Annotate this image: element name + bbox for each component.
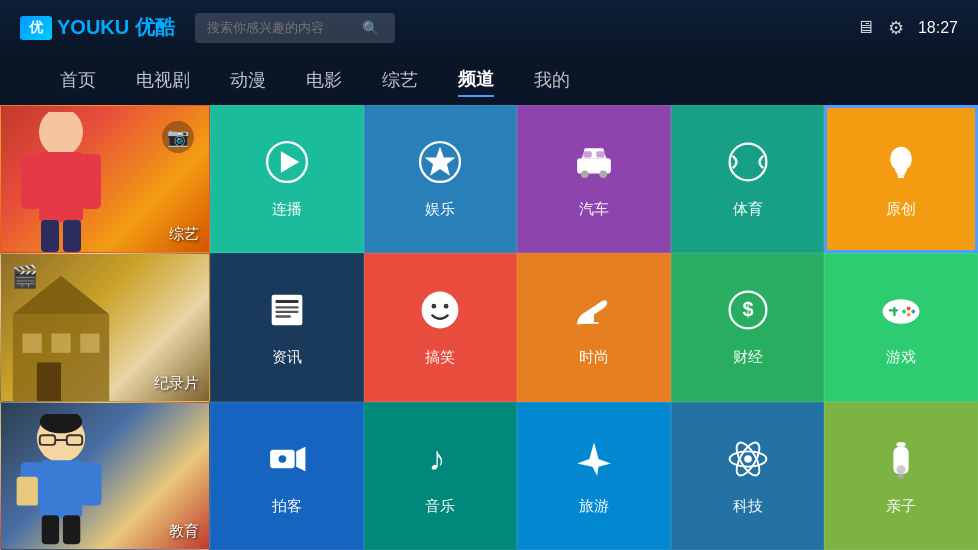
grid-cell-娱乐[interactable]: 娱乐 <box>364 105 518 253</box>
grid-cell-资讯[interactable]: 资讯 <box>210 253 364 401</box>
left-cell-jiaoyu[interactable]: 教育 <box>0 402 210 550</box>
grid-icon-汽车 <box>571 139 617 192</box>
grid-cell-原创[interactable]: 原创 <box>824 105 978 253</box>
svg-rect-17 <box>40 460 82 518</box>
nav-item-频道[interactable]: 频道 <box>458 63 494 97</box>
svg-rect-3 <box>81 154 101 209</box>
left-cell-jiluopian[interactable]: 🎬 纪录片 <box>0 253 210 401</box>
grid-icon-原创 <box>878 139 924 192</box>
svg-point-51 <box>907 307 911 311</box>
header: 优 YOUKU 优酷 🔍 🖥 ⚙ 18:27 <box>0 0 978 55</box>
grid-label-音乐: 音乐 <box>425 497 455 516</box>
svg-rect-66 <box>898 474 904 478</box>
grid-cell-拍客[interactable]: 拍客 <box>210 402 364 550</box>
search-icon: 🔍 <box>362 20 379 36</box>
left-label-jiluopian: 纪录片 <box>154 374 199 393</box>
svg-marker-26 <box>425 147 456 176</box>
grid-icon-体育 <box>725 139 771 192</box>
svg-rect-39 <box>275 307 298 309</box>
grid-icon-时尚 <box>571 287 617 340</box>
svg-rect-37 <box>271 295 302 326</box>
svg-point-34 <box>890 147 911 172</box>
nav-item-电影[interactable]: 电影 <box>306 64 342 96</box>
grid-label-连播: 连播 <box>272 200 302 219</box>
svg-rect-63 <box>897 442 906 447</box>
logo: 优 YOUKU 优酷 <box>20 14 175 41</box>
svg-rect-41 <box>275 316 290 318</box>
grid-cell-搞笑[interactable]: 搞笑 <box>364 253 518 401</box>
grid-label-科技: 科技 <box>733 497 763 516</box>
grid-icon-资讯 <box>264 287 310 340</box>
svg-rect-5 <box>63 220 81 252</box>
search-bar[interactable]: 🔍 <box>195 13 395 43</box>
grid-area: 📷 综艺 🎬 纪录片 <box>0 105 978 550</box>
grid-icon-科技 <box>725 436 771 489</box>
nav-item-综艺[interactable]: 综艺 <box>382 64 418 96</box>
grid-cell-连播[interactable]: 连播 <box>210 105 364 253</box>
grid-cell-亲子[interactable]: 亲子 <box>824 402 978 550</box>
svg-point-65 <box>897 465 906 474</box>
svg-point-54 <box>902 310 906 314</box>
svg-rect-38 <box>275 301 298 304</box>
grid-label-旅游: 旅游 <box>579 497 609 516</box>
grid-icon-娱乐 <box>417 139 463 192</box>
grid-label-财经: 财经 <box>733 348 763 367</box>
grid-label-娱乐: 娱乐 <box>425 200 455 219</box>
svg-marker-56 <box>296 447 305 472</box>
grid-cell-游戏[interactable]: 游戏 <box>824 253 978 401</box>
header-right: 🖥 ⚙ 18:27 <box>856 17 958 39</box>
svg-point-43 <box>432 304 437 309</box>
grid-cell-音乐[interactable]: ♪音乐 <box>364 402 518 550</box>
grid-label-拍客: 拍客 <box>272 497 302 516</box>
svg-rect-21 <box>42 515 59 544</box>
svg-text:$: $ <box>742 299 753 321</box>
svg-rect-50 <box>889 310 898 312</box>
grid-cell-体育[interactable]: 体育 <box>671 105 825 253</box>
svg-point-30 <box>599 171 607 179</box>
svg-point-33 <box>729 144 766 181</box>
grid-icon-亲子 <box>878 436 924 489</box>
svg-rect-11 <box>37 362 61 401</box>
svg-rect-27 <box>577 158 611 173</box>
svg-rect-20 <box>80 462 101 505</box>
svg-point-57 <box>278 455 286 463</box>
grid-label-游戏: 游戏 <box>886 348 916 367</box>
svg-rect-1 <box>39 152 83 222</box>
svg-rect-9 <box>51 333 70 352</box>
grid-cell-旅游[interactable]: 旅游 <box>517 402 671 550</box>
grid-cell-科技[interactable]: 科技 <box>671 402 825 550</box>
svg-marker-24 <box>281 151 299 172</box>
grid-label-时尚: 时尚 <box>579 348 609 367</box>
nav-item-电视剧[interactable]: 电视剧 <box>136 64 190 96</box>
grid-label-资讯: 资讯 <box>272 348 302 367</box>
grid-icon-游戏 <box>878 287 924 340</box>
svg-rect-22 <box>63 515 80 544</box>
svg-rect-2 <box>21 154 41 209</box>
settings-icon[interactable]: ⚙ <box>888 17 904 39</box>
grid-cell-财经[interactable]: $财经 <box>671 253 825 401</box>
svg-rect-32 <box>596 151 604 157</box>
search-input[interactable] <box>207 20 362 35</box>
nav-item-首页[interactable]: 首页 <box>60 64 96 96</box>
left-label-jiaoyu: 教育 <box>169 522 199 541</box>
grid-cell-时尚[interactable]: 时尚 <box>517 253 671 401</box>
grid-icon-拍客 <box>264 436 310 489</box>
grid-label-原创: 原创 <box>886 200 916 219</box>
nav-item-动漫[interactable]: 动漫 <box>230 64 266 96</box>
grid-label-体育: 体育 <box>733 200 763 219</box>
grid-cell-汽车[interactable]: 汽车 <box>517 105 671 253</box>
grid-label-汽车: 汽车 <box>579 200 609 219</box>
svg-rect-36 <box>898 176 904 178</box>
screen-icon[interactable]: 🖥 <box>856 17 874 38</box>
svg-point-42 <box>422 292 459 329</box>
svg-rect-10 <box>80 333 99 352</box>
header-time: 18:27 <box>918 19 958 37</box>
svg-point-53 <box>907 313 911 317</box>
svg-point-59 <box>744 455 752 463</box>
svg-rect-8 <box>22 333 41 352</box>
left-cell-zongyi[interactable]: 📷 综艺 <box>0 105 210 253</box>
nav: 首页电视剧动漫电影综艺频道我的 <box>0 55 978 105</box>
nav-item-我的[interactable]: 我的 <box>534 64 570 96</box>
left-images: 📷 综艺 🎬 纪录片 <box>0 105 210 550</box>
grid-icon-音乐: ♪ <box>417 436 463 489</box>
